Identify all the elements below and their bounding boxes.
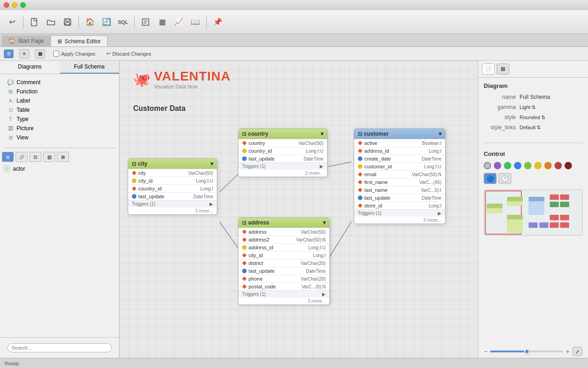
apply-changes-button[interactable]: Apply Changes bbox=[51, 50, 98, 58]
style-links-select[interactable]: Default ⇅ bbox=[520, 125, 541, 131]
color-gray[interactable] bbox=[484, 162, 491, 169]
new-doc-button[interactable] bbox=[27, 15, 42, 29]
color-purple[interactable] bbox=[494, 162, 501, 169]
table-row: city_id Long:I bbox=[238, 251, 329, 259]
book-button[interactable]: 📖 bbox=[188, 15, 203, 29]
table-country[interactable]: ⊡ country ▾ country VarChar(50) country_… bbox=[238, 128, 328, 177]
triggers-label: Triggers (1) bbox=[132, 201, 155, 207]
table-city[interactable]: ⊡ city ▾ city VarChar(50) city_id Long:I… bbox=[128, 158, 217, 215]
pin-button[interactable]: 📌 bbox=[210, 15, 225, 29]
color-darkred[interactable] bbox=[565, 162, 572, 169]
status-bar: Ready bbox=[0, 358, 588, 368]
table-customer[interactable]: ⊡ customer ▾ active Boolean:I address_id… bbox=[354, 128, 446, 224]
sidebar-item-comment[interactable]: 💬 Comment bbox=[4, 78, 115, 87]
sidebar-item-table[interactable]: ⊡ Table bbox=[4, 105, 115, 115]
undo-button[interactable]: ↩ bbox=[5, 15, 19, 29]
timeline-btn-1[interactable]: 🔵 bbox=[484, 173, 497, 184]
search-input[interactable] bbox=[7, 343, 112, 352]
sidebar-tab-fullschema[interactable]: Full Schema bbox=[60, 61, 119, 74]
table-triggers-footer[interactable]: Triggers (1) ▶ bbox=[238, 162, 327, 170]
color-red[interactable] bbox=[554, 162, 562, 169]
sidebar-item-table-label: Table bbox=[17, 107, 30, 113]
close-button[interactable] bbox=[4, 2, 9, 8]
timeline-btn-2[interactable]: 🕐 bbox=[498, 173, 511, 184]
sidebar-item-picture[interactable]: 🖼 Picture bbox=[4, 124, 115, 133]
table-triggers-footer[interactable]: Triggers (1) ▶ bbox=[128, 200, 217, 207]
open-button[interactable] bbox=[44, 15, 58, 29]
field-type: VarChar(50) bbox=[299, 141, 323, 146]
sidebar-divider bbox=[4, 148, 115, 148]
sidebar-item-type[interactable]: T Type bbox=[4, 115, 115, 124]
table-row: store_id Long:I bbox=[354, 201, 445, 209]
apply-changes-checkbox[interactable] bbox=[53, 51, 59, 57]
maximize-button[interactable] bbox=[20, 2, 26, 8]
table-more[interactable]: 2 more... bbox=[238, 170, 327, 177]
type-icon: T bbox=[7, 116, 14, 122]
layout-button[interactable]: ▦ bbox=[155, 15, 170, 29]
panel-tab-grid[interactable]: ⊞ bbox=[497, 63, 509, 75]
color-yellow[interactable] bbox=[534, 162, 542, 169]
tab-schema-editor[interactable]: ⊞ Schema Editor bbox=[51, 35, 108, 46]
tab-start-page[interactable]: 🏠 Start Page bbox=[2, 35, 51, 46]
table-city-dropdown-icon[interactable]: ▾ bbox=[210, 161, 213, 167]
zoom-slider[interactable] bbox=[490, 351, 563, 352]
actor-list-item[interactable]: ⊡ actor bbox=[0, 164, 119, 174]
field-name: country bbox=[249, 140, 297, 146]
zoom-out-icon[interactable]: − bbox=[484, 348, 487, 355]
table-more[interactable]: 3 more... bbox=[238, 298, 329, 305]
name-label: name bbox=[484, 94, 516, 100]
table-row: last_update DateTime bbox=[238, 267, 329, 275]
sidebar-item-view[interactable]: ⊞ View bbox=[4, 133, 115, 142]
zoom-fit-button[interactable]: ⤢ bbox=[572, 347, 582, 356]
chart-button[interactable]: 📈 bbox=[171, 15, 186, 29]
color-orange[interactable] bbox=[544, 162, 552, 169]
home-button[interactable]: 🏠 bbox=[83, 15, 97, 29]
save-button[interactable] bbox=[60, 15, 75, 29]
field-name: last_update bbox=[138, 194, 192, 199]
sql-button[interactable]: SQL bbox=[116, 15, 130, 29]
discard-changes-button[interactable]: ↩ Discard Changes bbox=[104, 50, 154, 58]
link-view-btn[interactable]: 🔗 bbox=[16, 152, 28, 162]
grid-view-button[interactable]: ⊞ bbox=[4, 49, 14, 58]
mini-map bbox=[484, 190, 582, 236]
field-type: VarChar(50) bbox=[188, 171, 213, 176]
color-blue[interactable] bbox=[514, 162, 521, 169]
triggers-label: Triggers (1) bbox=[242, 164, 266, 169]
color-lightgreen[interactable] bbox=[524, 162, 531, 169]
svg-line-11 bbox=[220, 222, 239, 249]
multi-view-btn[interactable]: ⊞ bbox=[57, 152, 69, 162]
table-customer-dropdown-icon[interactable]: ▾ bbox=[439, 131, 441, 137]
table-row: postal_code VarC...(0):N bbox=[238, 282, 329, 290]
table-view-btn[interactable]: ⊡ bbox=[29, 152, 41, 162]
sidebar-item-function[interactable]: ⊞ Function bbox=[4, 87, 115, 96]
sidebar-item-comment-label: Comment bbox=[17, 79, 40, 86]
panel-tab-document[interactable]: 📄 bbox=[482, 63, 495, 75]
table-address[interactable]: ⊡ address ▾ address VarChar(50) address2… bbox=[238, 217, 330, 305]
sidebar-item-type-label: Type bbox=[17, 116, 28, 122]
table-country-dropdown-icon[interactable]: ▾ bbox=[321, 131, 323, 137]
list-view-button[interactable]: ≡ bbox=[19, 49, 29, 58]
grid-view-btn[interactable]: ⊞ bbox=[2, 152, 14, 162]
zoom-in-icon[interactable]: + bbox=[566, 348, 570, 355]
sidebar-tab-diagrams[interactable]: Diagrams bbox=[0, 61, 60, 74]
table-more[interactable]: 3 more... bbox=[354, 217, 445, 224]
report-button[interactable] bbox=[138, 15, 153, 29]
color-green[interactable] bbox=[504, 162, 511, 169]
style-select[interactable]: Rounded ⇅ bbox=[520, 115, 545, 121]
table-address-dropdown-icon[interactable]: ▾ bbox=[323, 219, 326, 226]
table-row: last_update DateTime bbox=[128, 192, 217, 200]
table-more[interactable]: 3 more... bbox=[128, 207, 217, 214]
column-view-btn[interactable]: ▥ bbox=[43, 152, 55, 162]
minimize-button[interactable] bbox=[12, 2, 17, 8]
field-type: Long:I bbox=[429, 203, 441, 208]
label-icon: A bbox=[7, 98, 14, 104]
table-triggers-footer[interactable]: Triggers (1) ▶ bbox=[238, 290, 329, 298]
field-name: create_date bbox=[364, 156, 420, 161]
zoom-thumb[interactable] bbox=[524, 349, 530, 354]
triggers-arrow: ▶ bbox=[320, 164, 323, 169]
refresh-button[interactable]: 🔄 bbox=[99, 15, 114, 29]
gamma-select[interactable]: Light ⇅ bbox=[520, 104, 536, 110]
sidebar-item-label[interactable]: A Label bbox=[4, 96, 115, 105]
table-triggers-footer[interactable]: Triggers (1) ▶ bbox=[354, 209, 445, 217]
detail-view-button[interactable]: ▦ bbox=[35, 49, 45, 58]
